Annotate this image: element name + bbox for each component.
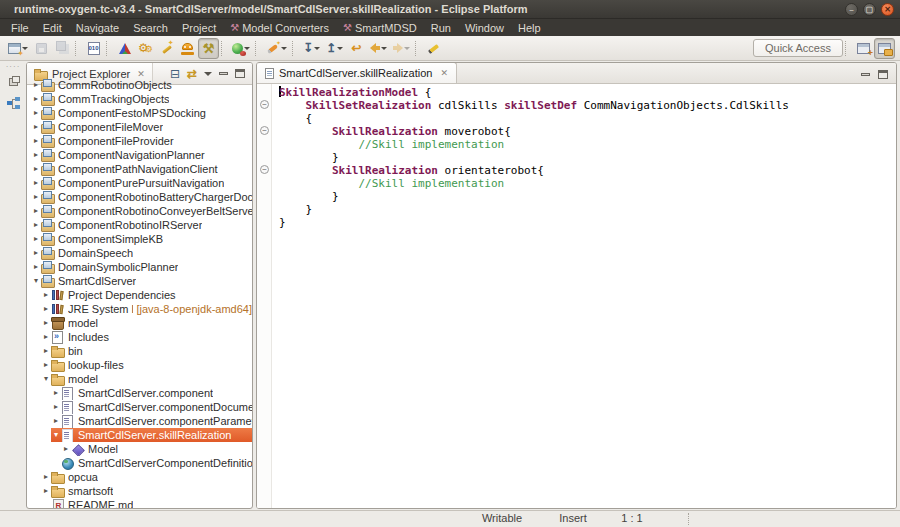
maximize-window-button[interactable]: ▢ [863,3,876,16]
last-edit-location-button[interactable]: ↩ [346,38,367,59]
tree-row[interactable]: ▸lookup-files [27,358,252,372]
chevron-right-icon[interactable]: ▸ [51,402,61,412]
chevron-right-icon[interactable]: ▸ [31,248,41,258]
tree-row[interactable]: ▸ComponentRobotinoIRServer [27,218,252,232]
menu-model-converters[interactable]: ⚒Model Converters [223,19,336,36]
chevron-right-icon[interactable]: ▸ [31,192,41,202]
minimize-view-icon[interactable] [219,72,228,75]
pyramid-button[interactable] [114,38,135,59]
restore-view-button[interactable] [3,73,23,91]
fold-collapse-icon[interactable]: − [260,100,269,109]
chevron-right-icon[interactable]: ▸ [31,122,41,132]
tree-row[interactable]: ▸Includes [27,330,252,344]
tree-row[interactable]: ▸CommTrackingObjects [27,92,252,106]
next-annotation-button[interactable]: ↧ [300,38,323,59]
chevron-right-icon[interactable]: ▸ [31,220,41,230]
chevron-right-icon[interactable]: ▸ [31,108,41,118]
tree-row[interactable]: ▸SmartCdlServer.componentDocumentatio [27,400,252,414]
chevron-right-icon[interactable]: ▸ [41,472,51,482]
tree-row[interactable]: ▸ComponentSimpleKB [27,232,252,246]
menu-file[interactable]: File [4,19,36,36]
robot-button[interactable] [177,38,198,59]
tree-row[interactable]: ▸model [27,316,252,330]
tree-row[interactable]: ▸CommRobotinoObjects [27,78,252,92]
tree-row[interactable]: ▾SmartCdlServer [27,274,252,288]
menu-window[interactable]: Window [458,19,511,36]
chevron-right-icon[interactable]: ▸ [31,234,41,244]
tree-row[interactable]: ▸ComponentPurePursuitNavigation [27,176,252,190]
close-icon[interactable]: ✕ [137,69,145,79]
minimize-window-button[interactable]: – [845,3,858,16]
new-wizard-button[interactable] [5,38,31,59]
chevron-down-icon[interactable]: ▾ [31,276,41,286]
tree-row[interactable]: ▸ComponentRobotinoConveyerBeltServer_OP [27,204,252,218]
fold-collapse-icon[interactable]: − [260,126,269,135]
chevron-right-icon[interactable]: ▸ [31,150,41,160]
tree-row[interactable]: ▸DomainSymbolicPlanner [27,260,252,274]
chevron-right-icon[interactable]: ▸ [51,388,61,398]
close-icon[interactable]: ✕ [440,68,448,78]
chevron-down-icon[interactable]: ▾ [51,430,61,440]
project-explorer-tree[interactable]: ▸CommRobotinoObjects▸CommTrackingObjects… [27,78,252,508]
previous-annotation-button[interactable]: ↥ [323,38,346,59]
tree-row[interactable]: ▸DomainSpeech [27,246,252,260]
tree-row[interactable]: ▸Project Dependencies [27,288,252,302]
chevron-right-icon[interactable]: ▸ [41,332,51,342]
code-area[interactable]: SkillRealizationModel { SkillSetRealizat… [272,84,896,508]
menu-help[interactable]: Help [511,19,548,36]
tree-row[interactable]: ▸smartsoft [27,484,252,498]
new-skill-button[interactable] [229,38,253,59]
tree-row[interactable]: ▸ComponentFileMover [27,120,252,134]
menu-run[interactable]: Run [424,19,458,36]
chevron-right-icon[interactable]: ▸ [51,416,61,426]
chevron-right-icon[interactable]: ▸ [31,136,41,146]
maximize-editor-icon[interactable] [878,70,888,79]
chevron-down-icon[interactable]: ▾ [41,374,51,384]
tree-row[interactable]: ▸JRE System Library[java-8-openjdk-amd64… [27,302,252,316]
chevron-right-icon[interactable]: ▸ [41,486,51,496]
tree-row[interactable]: ▸ComponentFestoMPSDocking [27,106,252,120]
menu-search[interactable]: Search [126,19,175,36]
maximize-view-icon[interactable] [235,69,245,78]
tree-row[interactable]: SmartCdlServerComponentDefinition.jpg [27,456,252,470]
chevron-right-icon[interactable]: ▸ [41,290,51,300]
clean-button[interactable] [156,38,177,59]
chevron-right-icon[interactable]: ▸ [41,304,51,314]
tree-row[interactable]: ▾SmartCdlServer.skillRealization [27,428,252,442]
menu-smartmdsd[interactable]: ⚒SmartMDSD [336,19,424,36]
tree-row[interactable]: ▸SmartCdlServer.component [27,386,252,400]
chevron-right-icon[interactable]: ▸ [31,262,41,272]
tree-row[interactable]: ▸bin [27,344,252,358]
forward-button[interactable] [390,38,413,59]
chevron-right-icon[interactable]: ▸ [41,360,51,370]
chevron-right-icon[interactable]: ▸ [41,318,51,328]
highlighter-button[interactable] [423,38,444,59]
chevron-right-icon[interactable]: ▸ [31,206,41,216]
quick-access-button[interactable]: Quick Access [753,39,843,57]
save-all-button[interactable] [52,38,73,59]
binary-doc-button[interactable]: 010 [83,38,104,59]
chevron-right-icon[interactable]: ▸ [31,178,41,188]
editor-fold-ruler[interactable]: −−− [257,84,272,508]
tree-row[interactable]: ▾model [27,372,252,386]
menu-edit[interactable]: Edit [36,19,69,36]
chevron-right-icon[interactable]: ▸ [31,80,41,90]
close-window-button[interactable]: ✕ [881,3,894,16]
tree-row[interactable]: ▸ComponentNavigationPlanner [27,148,252,162]
menu-project[interactable]: Project [175,19,223,36]
editor-tab[interactable]: SmartCdlServer.skillRealization ✕ [257,62,457,83]
tree-row[interactable]: ▸ComponentFileProvider [27,134,252,148]
project-explorer-shortcut-button[interactable] [3,94,23,112]
chevron-right-icon[interactable]: ▸ [61,444,71,454]
launch-button[interactable] [263,38,290,59]
chevron-right-icon[interactable]: ▸ [41,346,51,356]
current-perspective-button[interactable] [874,38,895,59]
drag-handle[interactable]: ···· [0,61,26,70]
tree-row[interactable]: ▸ComponentPathNavigationClient [27,162,252,176]
tree-row[interactable]: ▸Model [27,442,252,456]
fold-collapse-icon[interactable]: − [260,165,269,174]
save-button[interactable] [31,38,52,59]
open-perspective-button[interactable] [853,38,874,59]
tree-row[interactable]: ▸opcua [27,470,252,484]
tree-row[interactable]: README.md [27,498,252,508]
